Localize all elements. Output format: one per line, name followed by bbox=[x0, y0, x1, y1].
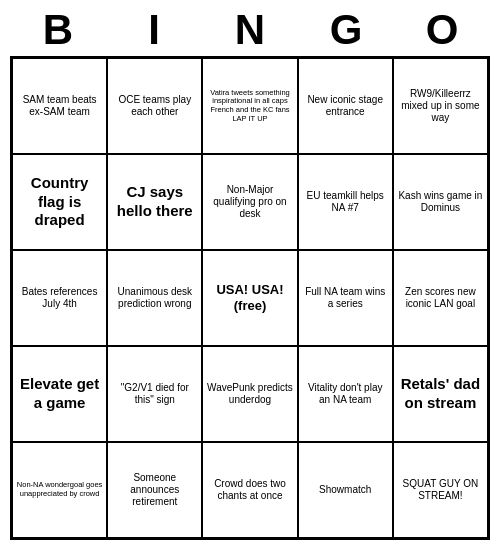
bingo-cell-r1c4: Kash wins game in Dominus bbox=[393, 154, 488, 250]
bingo-cell-r0c2: Vatira tweets something inspirational in… bbox=[202, 58, 297, 154]
bingo-cell-r1c0: Country flag is draped bbox=[12, 154, 107, 250]
letter-i: I bbox=[114, 6, 194, 54]
bingo-cell-r2c0: Bates references July 4th bbox=[12, 250, 107, 346]
bingo-cell-r4c4: SQUAT GUY ON STREAM! bbox=[393, 442, 488, 538]
bingo-title: B I N G O bbox=[10, 6, 490, 54]
bingo-cell-r4c3: Showmatch bbox=[298, 442, 393, 538]
bingo-cell-r1c3: EU teamkill helps NA #7 bbox=[298, 154, 393, 250]
letter-g: G bbox=[306, 6, 386, 54]
bingo-cell-r2c3: Full NA team wins a series bbox=[298, 250, 393, 346]
bingo-cell-r4c2: Crowd does two chants at once bbox=[202, 442, 297, 538]
bingo-cell-r1c1: CJ says hello there bbox=[107, 154, 202, 250]
letter-b: B bbox=[18, 6, 98, 54]
bingo-cell-r0c1: OCE teams play each other bbox=[107, 58, 202, 154]
bingo-cell-r1c2: Non-Major qualifying pro on desk bbox=[202, 154, 297, 250]
bingo-cell-r4c0: Non-NA wondergoal goes unappreciated by … bbox=[12, 442, 107, 538]
bingo-cell-r0c4: RW9/Killeerrz mixed up in some way bbox=[393, 58, 488, 154]
bingo-cell-r2c4: Zen scores new iconic LAN goal bbox=[393, 250, 488, 346]
letter-n: N bbox=[210, 6, 290, 54]
bingo-cell-r3c2: WavePunk predicts underdog bbox=[202, 346, 297, 442]
bingo-grid: SAM team beats ex-SAM teamOCE teams play… bbox=[10, 56, 490, 540]
bingo-cell-r4c1: Someone announces retirement bbox=[107, 442, 202, 538]
bingo-cell-r3c3: Vitality don't play an NA team bbox=[298, 346, 393, 442]
bingo-cell-r0c3: New iconic stage entrance bbox=[298, 58, 393, 154]
bingo-cell-r3c0: Elevate get a game bbox=[12, 346, 107, 442]
bingo-cell-r3c4: Retals' dad on stream bbox=[393, 346, 488, 442]
bingo-cell-r0c0: SAM team beats ex-SAM team bbox=[12, 58, 107, 154]
letter-o: O bbox=[402, 6, 482, 54]
bingo-cell-r3c1: "G2/V1 died for this" sign bbox=[107, 346, 202, 442]
bingo-cell-r2c2: USA! USA! (free) bbox=[202, 250, 297, 346]
bingo-cell-r2c1: Unanimous desk prediction wrong bbox=[107, 250, 202, 346]
